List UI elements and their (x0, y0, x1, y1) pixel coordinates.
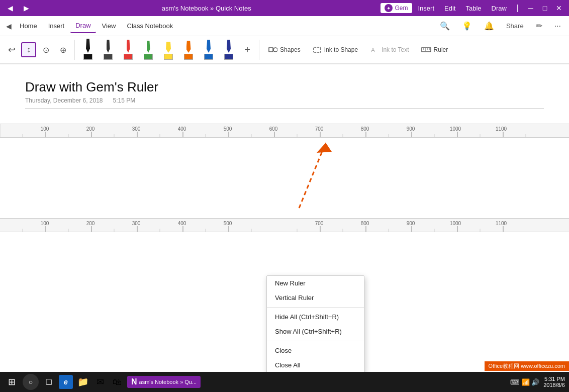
shapes-label: Shapes (280, 46, 301, 53)
pen-orange-icon (186, 41, 191, 53)
ctx-new-ruler[interactable]: New Ruler (267, 276, 364, 290)
search-taskbar-button[interactable]: ○ (23, 374, 39, 390)
svg-text:1100: 1100 (496, 126, 507, 132)
maximize-button[interactable]: □ (539, 2, 551, 14)
shapes-icon (268, 45, 277, 54)
ruler-icon (421, 45, 431, 54)
back-button[interactable]: ◀ (4, 2, 16, 14)
content-area: Draw with Gem's Ruler Thursday, December… (0, 64, 569, 372)
separator-1 (74, 40, 75, 60)
mail-button[interactable]: ✉ (93, 375, 107, 389)
pen-blue-swatch (204, 54, 213, 60)
undo-icon: ↩ (8, 44, 16, 55)
pen-green-icon (147, 41, 150, 53)
pen-orange-button[interactable] (179, 37, 198, 63)
table-menu-btn[interactable]: Table (461, 3, 485, 14)
menu-draw[interactable]: Draw (70, 19, 96, 33)
menu-view[interactable]: View (97, 19, 121, 33)
separator-2 (259, 40, 259, 60)
menu-class-notebook[interactable]: Class Notebook (122, 19, 178, 33)
more-button[interactable]: ··· (550, 20, 565, 33)
ruler-top[interactable]: 100 200 300 400 500 600 (0, 124, 569, 138)
store-button[interactable]: 🛍 (110, 375, 124, 389)
explorer-button[interactable]: 📁 (76, 375, 90, 389)
edit-menu-btn[interactable]: Edit (440, 3, 459, 14)
ink-to-text-button[interactable]: A Ink to Text (365, 42, 414, 57)
lasso-button[interactable]: ⊙ (38, 43, 53, 57)
svg-rect-2 (314, 47, 321, 52)
ink-to-shape-label: Ink to Shape (324, 46, 358, 53)
highlighter-yellow-swatch (164, 54, 173, 60)
svg-marker-46 (317, 143, 332, 153)
svg-text:400: 400 (178, 221, 186, 226)
menu-insert[interactable]: Insert (43, 19, 70, 33)
highlighter-yellow-button[interactable] (159, 37, 177, 63)
svg-text:700: 700 (315, 221, 324, 226)
search-button[interactable]: 🔍 (436, 19, 454, 33)
page-date: Thursday, December 6, 2018 (25, 97, 103, 104)
taskbar-clock: 5:31 PM 2018/8/6 (543, 376, 565, 388)
svg-line-45 (299, 143, 326, 208)
ink-to-text-label: Ink to Text (382, 46, 409, 53)
select-button[interactable]: ↕ (21, 42, 36, 57)
svg-text:200: 200 (86, 221, 95, 226)
ctx-separator-1 (267, 307, 364, 308)
ctx-close[interactable]: Close (267, 343, 364, 358)
pen-navy-swatch (224, 54, 233, 60)
ctx-vertical-ruler[interactable]: Vertical Ruler (267, 290, 364, 305)
draw-toolbar: ↩ ↕ ⊙ ⊕ (0, 36, 569, 64)
svg-text:1100: 1100 (496, 221, 507, 226)
svg-text:1000: 1000 (450, 221, 461, 226)
onenote-taskbar-button[interactable]: N asm's Notebook » Qu... (127, 376, 201, 388)
ctx-hide-all[interactable]: Hide All (Ctrl+Shift+R) (267, 310, 364, 324)
task-view-button[interactable]: ❑ (42, 375, 56, 389)
close-button[interactable]: ✕ (553, 2, 565, 14)
notifications-button[interactable]: 🔔 (480, 19, 498, 33)
window-title: asm's Notebook » Quick Notes (32, 5, 381, 12)
pen-black-button[interactable] (79, 37, 97, 63)
minimize-button[interactable]: ─ (525, 2, 537, 14)
pen-red-swatch (124, 54, 133, 60)
gem-button[interactable]: ✦ Gem (381, 3, 412, 13)
nav-back-button[interactable]: ◀ (4, 20, 14, 32)
insert-menu-btn[interactable]: Insert (414, 3, 439, 14)
insights-button[interactable]: 💡 (458, 19, 476, 33)
edge-button[interactable]: e (59, 375, 73, 389)
svg-text:500: 500 (224, 221, 232, 226)
undo-button[interactable]: ↩ (4, 42, 19, 57)
pen-green-swatch (144, 54, 153, 60)
draw-menu-btn[interactable]: Draw (488, 3, 511, 14)
start-button[interactable]: ⊞ (4, 374, 20, 389)
select-icon: ↕ (27, 45, 31, 54)
pen-dark-button[interactable] (99, 37, 117, 63)
page-title: Draw with Gem's Ruler (25, 79, 544, 95)
svg-text:100: 100 (41, 221, 49, 226)
move-button[interactable]: ⊕ (55, 43, 70, 57)
menu-home[interactable]: Home (15, 19, 42, 33)
svg-rect-4 (422, 48, 431, 52)
share-button[interactable]: Share (502, 20, 528, 32)
pen-dark-icon (107, 40, 110, 53)
ruler-button[interactable]: Ruler (416, 42, 453, 57)
onenote-icon: N (131, 377, 137, 386)
svg-text:900: 900 (407, 221, 415, 226)
canvas-area (0, 138, 569, 218)
ruler-top-svg: 100 200 300 400 500 600 (0, 124, 569, 137)
svg-text:100: 100 (41, 126, 49, 132)
svg-rect-0 (269, 48, 273, 52)
pen-red-button[interactable] (119, 37, 137, 63)
pen-navy-button[interactable] (220, 37, 238, 63)
pen-green-button[interactable] (139, 37, 157, 63)
pen-dark-swatch (104, 54, 113, 60)
ctx-show-all[interactable]: Show All (Ctrl+Shift+R) (267, 324, 364, 339)
svg-text:800: 800 (361, 126, 369, 132)
ink-to-shape-button[interactable]: Ink to Shape (308, 42, 363, 57)
ruler-bottom[interactable]: 100 200 300 400 500 700 800 900 (0, 218, 569, 232)
shapes-button[interactable]: Shapes (263, 42, 306, 57)
pen-blue-button[interactable] (200, 37, 218, 63)
add-pen-button[interactable]: + (240, 42, 255, 58)
forward-button[interactable]: ▶ (20, 2, 32, 14)
ink-text-icon: A (370, 45, 379, 54)
edit-button[interactable]: ✏ (532, 19, 546, 33)
ctx-close-all[interactable]: Close All (267, 358, 364, 372)
